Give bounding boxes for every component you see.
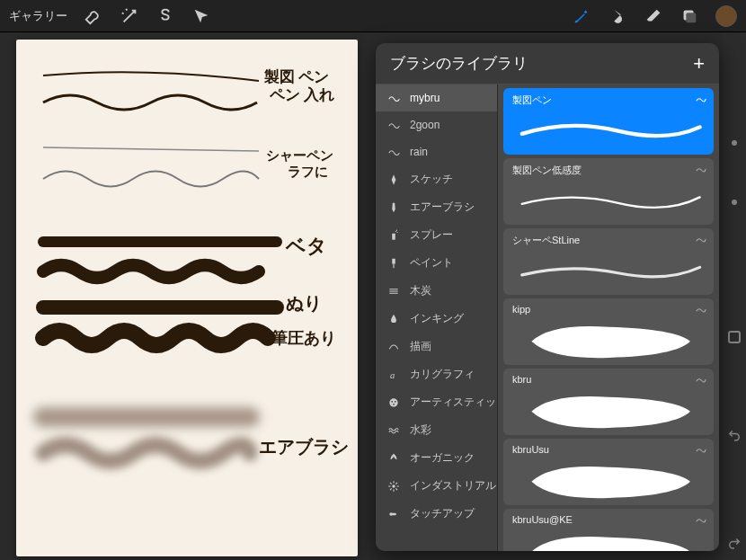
canvas-annotation: 筆圧あり [271, 327, 336, 349]
category-item[interactable]: mybru [376, 84, 497, 111]
brush-preview [512, 249, 705, 289]
category-item[interactable]: 水彩 [376, 416, 497, 444]
draw-icon [386, 340, 401, 354]
category-item[interactable]: オーガニック [376, 444, 497, 472]
brush-item[interactable]: kbruUsu [503, 439, 714, 505]
slider-dot-2[interactable] [732, 200, 737, 205]
category-label: スケッチ [410, 172, 453, 187]
category-item[interactable]: rain [376, 138, 497, 165]
s-icon[interactable] [155, 6, 175, 26]
category-item[interactable]: タッチアップ [376, 500, 497, 528]
category-label: スプレー [410, 227, 453, 243]
brush-item[interactable]: kipp [503, 298, 714, 365]
svg-rect-1 [686, 13, 696, 22]
charcoal-icon [386, 284, 401, 298]
svg-text:a: a [390, 369, 395, 379]
svg-point-12 [392, 484, 395, 488]
cursor-icon[interactable] [191, 6, 211, 26]
smudge-icon[interactable] [608, 6, 627, 26]
category-label: 描画 [410, 339, 431, 354]
brush-name: kbruUsu [512, 444, 705, 455]
brush-item[interactable]: シャーペStLine [503, 228, 714, 295]
canvas-annotation: ラフに [288, 164, 328, 181]
brush-preview [512, 387, 705, 437]
category-item[interactable]: スプレー [376, 221, 497, 249]
stroke-indicator-icon [696, 93, 706, 101]
category-label: ペイント [410, 255, 453, 271]
spray-icon [386, 228, 401, 243]
brush-item[interactable]: 製図ペン [503, 88, 714, 155]
touchup-icon [386, 507, 401, 521]
canvas[interactable]: 製図 ペンペン 入れシャーペンラフにベタぬり筆圧ありエアブラシ [16, 40, 358, 556]
brush-preview [512, 457, 705, 507]
brush-name: kbruUsu@KE [512, 514, 705, 525]
pencil-icon [386, 173, 401, 187]
svg-rect-6 [392, 258, 395, 263]
canvas-annotation: ベタ [286, 233, 327, 260]
canvas-annotation: シャーペン [266, 147, 333, 164]
add-brush-button[interactable]: + [693, 52, 705, 76]
brush-name: シャーペStLine [512, 234, 705, 247]
eraser-icon[interactable] [644, 6, 663, 26]
brush-icon[interactable] [572, 6, 591, 26]
svg-rect-2 [392, 233, 395, 239]
svg-point-3 [395, 230, 396, 231]
brush-name: kbru [512, 374, 705, 385]
organic-icon [386, 451, 401, 466]
stroke-indicator-icon [696, 234, 706, 241]
brush-name: kipp [512, 304, 705, 315]
category-list[interactable]: mybru2goonrainスケッチエアーブラシスプレーペイント木炭インキング描… [376, 84, 498, 551]
category-label: 水彩 [410, 422, 431, 438]
category-item[interactable]: 2goon [376, 111, 497, 138]
brush-list[interactable]: 製図ペン 製図ペン低感度 シャーペStLine kipp kbru kbruUs… [498, 84, 719, 551]
category-label: 木炭 [410, 283, 431, 298]
water-icon [386, 423, 401, 438]
wand-icon[interactable] [120, 6, 139, 26]
category-item[interactable]: 描画 [376, 333, 497, 360]
stroke-indicator-icon [696, 374, 706, 381]
brush-item[interactable]: 製図ペン低感度 [503, 158, 714, 225]
svg-point-4 [397, 231, 398, 232]
category-item[interactable]: インキング [376, 305, 497, 333]
paint-icon [386, 256, 401, 271]
category-label: rain [410, 146, 428, 158]
slider-dot-1[interactable] [732, 140, 737, 146]
stroke-icon [386, 145, 401, 159]
category-item[interactable]: インダストリアル [376, 472, 497, 500]
layers-icon[interactable] [679, 6, 699, 26]
ink-icon [386, 312, 401, 326]
brush-item[interactable]: kbru [503, 369, 714, 435]
stroke-indicator-icon [696, 444, 706, 451]
top-toolbar: ギャラリー [0, 0, 746, 32]
stroke-icon [386, 91, 401, 105]
category-item[interactable]: スケッチ [376, 165, 497, 193]
category-label: インキング [410, 311, 464, 326]
category-label: オーガニック [410, 450, 475, 466]
modify-square[interactable] [728, 331, 741, 343]
undo-icon[interactable] [726, 427, 742, 443]
category-item[interactable]: エアーブラシ [376, 193, 497, 221]
stroke-indicator-icon [696, 514, 706, 521]
svg-point-8 [389, 398, 397, 406]
category-item[interactable]: aカリグラフィ [376, 360, 497, 388]
category-item[interactable]: 木炭 [376, 277, 497, 305]
brush-item[interactable]: kbruUsu@KE [503, 509, 714, 551]
svg-point-5 [396, 229, 397, 230]
brush-preview [512, 527, 705, 551]
category-item[interactable]: アーティスティック [376, 388, 497, 416]
brush-library-popover: ブラシのライブラリ + mybru2goonrainスケッチエアーブラシスプレー… [376, 43, 719, 551]
canvas-annotation: エアブラシ [259, 435, 349, 459]
category-label: インダストリアル [410, 478, 496, 493]
popover-title: ブラシのライブラリ [390, 53, 528, 74]
color-swatch[interactable] [715, 5, 737, 27]
gallery-button[interactable]: ギャラリー [9, 8, 67, 24]
svg-point-11 [393, 403, 395, 404]
artistic-icon [386, 396, 401, 410]
svg-point-9 [391, 400, 393, 402]
wrench-icon[interactable] [84, 6, 103, 26]
brush-preview [512, 179, 705, 219]
category-label: タッチアップ [410, 506, 475, 521]
redo-icon[interactable] [726, 535, 742, 551]
category-item[interactable]: ペイント [376, 249, 497, 277]
brush-preview [512, 316, 705, 367]
